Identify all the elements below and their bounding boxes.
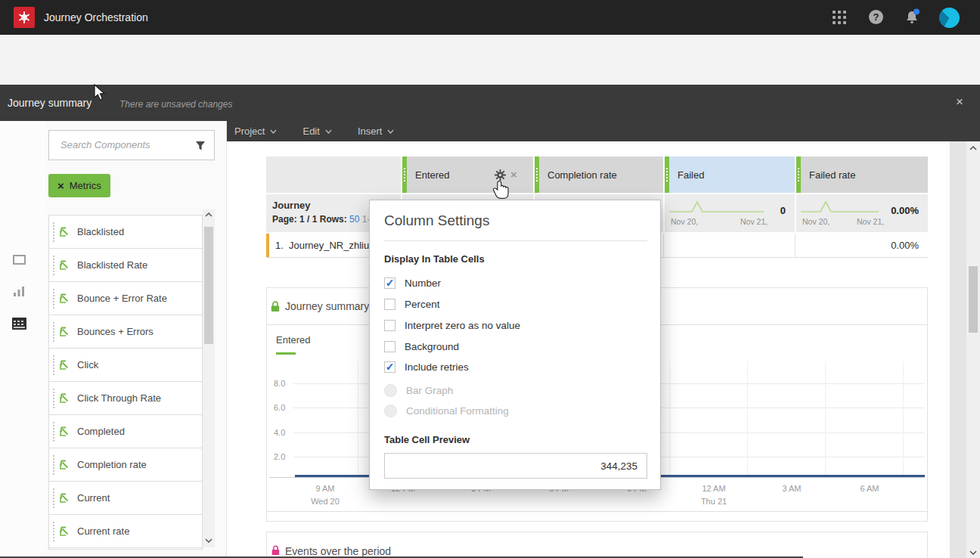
option-include-retries[interactable]: ✓ Include retries [384, 360, 469, 374]
table-cell-preview-input[interactable] [385, 454, 647, 478]
list-item[interactable]: Current [49, 482, 202, 515]
visualizations-icon[interactable] [13, 285, 26, 297]
checkbox-checked-icon[interactable]: ✓ [384, 277, 395, 289]
gridline [669, 361, 670, 476]
top-nav: Journey Orchestration ? [0, 0, 980, 35]
list-item[interactable]: Completion rate [49, 448, 202, 482]
drag-handle[interactable] [53, 488, 54, 508]
drag-handle[interactable] [53, 322, 54, 342]
notifications-bell-icon[interactable] [904, 8, 921, 25]
sparkline [801, 200, 879, 216]
option-conditional-formatting[interactable]: Conditional Formatting [384, 404, 509, 417]
metric-icon [59, 426, 70, 437]
metric-icon [59, 326, 70, 337]
checkbox-icon[interactable] [384, 341, 395, 352]
metric-label: Bounces + Errors [77, 326, 154, 337]
drag-handle[interactable] [53, 422, 54, 442]
chevron-down-icon [325, 129, 332, 134]
metrics-filter-chip[interactable]: × Metrics [48, 174, 110, 197]
help-icon[interactable]: ? [869, 10, 883, 24]
option-label: Number [405, 277, 441, 289]
metrics-list: Blacklisted Blacklisted Rate Bounce + Er… [48, 215, 203, 550]
list-item[interactable]: Click Through Rate [49, 382, 202, 415]
rows-count-link[interactable]: 50 [349, 214, 359, 225]
page-info: Page: 1 / 1 [272, 214, 317, 225]
column-label: Entered [415, 169, 450, 181]
remove-filter-icon[interactable]: × [57, 179, 64, 192]
page-scrollbar[interactable] [966, 141, 980, 558]
list-item[interactable]: Completed [49, 415, 202, 448]
metric-label: Current rate [77, 525, 129, 537]
metric-label: Completed [77, 426, 125, 437]
dimension-title: Journey [272, 200, 311, 211]
drag-handle[interactable] [53, 222, 54, 242]
summary-value: 0 [780, 205, 786, 216]
summary-cell-failed: Nov 20, Nov 21, 0 [665, 194, 795, 232]
drag-handle[interactable] [53, 522, 54, 541]
metric-icon [59, 525, 70, 537]
menu-insert-label: Insert [358, 126, 383, 137]
panel-title: Journey summary [285, 300, 369, 312]
checkbox-checked-icon[interactable]: ✓ [384, 361, 395, 373]
gridline [903, 361, 904, 476]
page-scrollbar-thumb[interactable] [969, 266, 978, 333]
option-interpret-zero[interactable]: Interpret zero as no value [384, 318, 520, 332]
list-item[interactable]: Current rate [49, 515, 202, 548]
drag-handle[interactable] [53, 289, 54, 308]
metric-icon [59, 392, 70, 404]
scroll-up-icon[interactable] [969, 146, 977, 150]
drag-handle[interactable] [53, 455, 54, 475]
column-label: Failed [678, 169, 704, 181]
list-item[interactable]: Bounces + Errors [49, 315, 202, 349]
option-background[interactable]: Background [384, 339, 459, 353]
radio-disabled-icon[interactable] [384, 384, 397, 397]
drag-handle[interactable] [53, 389, 54, 408]
metric-icon [59, 293, 70, 304]
column-settings-gear-icon[interactable] [495, 169, 506, 181]
search-input[interactable] [59, 138, 191, 151]
gridline [358, 361, 358, 476]
checkbox-icon[interactable] [384, 299, 395, 310]
list-item[interactable]: Bounce + Error Rate [49, 282, 202, 315]
row-name[interactable]: Journey_NR_zhliu_2 [289, 240, 380, 251]
workspace-bar: Journey summary There are unsaved change… [0, 85, 980, 121]
close-icon[interactable]: × [956, 95, 963, 110]
scroll-up-icon[interactable] [205, 212, 212, 217]
project-menu-bar: Project Edit Insert [227, 121, 980, 141]
menu-insert[interactable]: Insert [358, 126, 395, 137]
radio-disabled-icon[interactable] [384, 405, 397, 417]
column-header-failed[interactable]: Failed [665, 157, 795, 193]
list-item[interactable]: Blacklisted [49, 215, 202, 249]
column-header-completion-rate[interactable]: Completion rate [535, 157, 663, 193]
metrics-chip-label: Metrics [70, 180, 101, 191]
unsaved-changes-status: There are unsaved changes [119, 99, 232, 110]
list-item[interactable]: Click [49, 349, 202, 382]
menu-edit[interactable]: Edit [302, 126, 331, 137]
drag-handle[interactable] [53, 355, 54, 375]
section-heading: Display In Table Cells [384, 253, 485, 265]
menu-project[interactable]: Project [234, 126, 277, 137]
panels-icon[interactable] [13, 255, 26, 265]
checkbox-icon[interactable] [384, 320, 395, 331]
legend-label[interactable]: Entered [276, 334, 311, 346]
sidebar-scrollbar-thumb[interactable] [204, 227, 213, 344]
option-number[interactable]: ✓ Number [384, 276, 441, 290]
scroll-down-icon[interactable] [969, 550, 977, 555]
remove-column-icon[interactable]: × [510, 168, 517, 181]
column-header-entered[interactable]: Entered × [402, 157, 533, 193]
components-table-icon[interactable] [12, 318, 26, 330]
help-glyph: ? [873, 11, 879, 23]
drag-handle[interactable] [53, 256, 54, 275]
option-label: Conditional Formatting [406, 405, 509, 417]
option-percent[interactable]: Percent [384, 297, 440, 311]
column-header-failed-rate[interactable]: Failed rate [796, 157, 928, 193]
spark-date-end: Nov 21, [740, 217, 768, 226]
lock-icon [271, 301, 280, 312]
app-switcher-icon[interactable] [833, 11, 846, 24]
list-item[interactable]: Blacklisted Rate [49, 249, 202, 282]
filter-icon[interactable] [195, 141, 206, 151]
scroll-down-icon[interactable] [205, 538, 212, 543]
avatar[interactable] [939, 8, 960, 28]
metric-icon [59, 259, 70, 271]
option-bar-graph[interactable]: Bar Graph [384, 383, 453, 397]
